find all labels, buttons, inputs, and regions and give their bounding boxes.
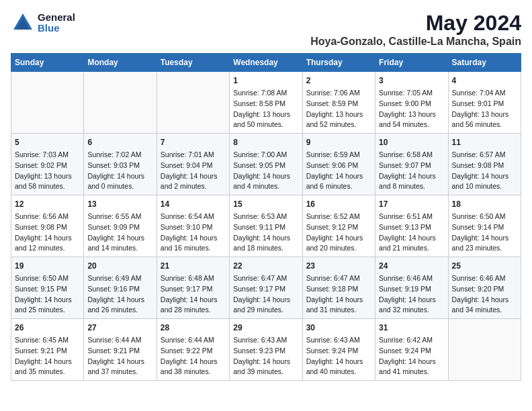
day-info: Sunset: 9:09 PM <box>87 222 152 233</box>
day-info: and 58 minutes. <box>15 181 80 192</box>
calendar-cell: 23Sunrise: 6:47 AMSunset: 9:18 PMDayligh… <box>302 257 375 319</box>
calendar-cell: 21Sunrise: 6:48 AMSunset: 9:17 PMDayligh… <box>157 257 229 319</box>
day-info: Daylight: 14 hours <box>379 233 444 244</box>
day-info: Daylight: 13 hours <box>306 109 371 120</box>
day-number: 7 <box>161 136 226 148</box>
logo-text: General Blue <box>38 12 75 34</box>
day-number: 23 <box>306 260 371 272</box>
day-info: Sunrise: 6:50 AM <box>15 273 80 284</box>
day-info: Sunset: 9:10 PM <box>161 222 226 233</box>
day-number: 27 <box>87 322 152 334</box>
day-info: Sunset: 8:58 PM <box>233 99 298 109</box>
day-info: Sunset: 9:19 PM <box>379 284 444 295</box>
calendar-cell: 15Sunrise: 6:53 AMSunset: 9:11 PMDayligh… <box>230 195 302 257</box>
day-info: Sunrise: 6:53 AM <box>233 212 298 222</box>
day-info: Sunset: 9:24 PM <box>379 346 444 357</box>
day-number: 30 <box>306 322 371 334</box>
day-info: Daylight: 14 hours <box>15 295 80 306</box>
day-info: and 56 minutes. <box>452 120 517 130</box>
day-info: Sunrise: 6:48 AM <box>161 273 226 284</box>
day-info: Sunset: 9:20 PM <box>452 284 517 295</box>
calendar-cell: 19Sunrise: 6:50 AMSunset: 9:15 PMDayligh… <box>11 257 84 319</box>
weekday-header-thursday: Thursday <box>302 54 375 72</box>
day-number: 18 <box>452 198 517 210</box>
day-info: and 16 minutes. <box>161 243 226 254</box>
day-info: and 4 minutes. <box>233 181 298 192</box>
calendar-cell <box>84 72 157 134</box>
day-info: Daylight: 14 hours <box>379 357 444 367</box>
day-info: and 20 minutes. <box>306 243 371 254</box>
logo-icon <box>11 11 35 35</box>
calendar-cell: 5Sunrise: 7:03 AMSunset: 9:02 PMDaylight… <box>11 134 84 195</box>
week-row-5: 26Sunrise: 6:45 AMSunset: 9:21 PMDayligh… <box>11 319 521 381</box>
header: General Blue May 2024 Hoya-Gonzalo, Cast… <box>11 11 521 48</box>
day-info: Sunset: 9:01 PM <box>452 99 517 109</box>
day-info: Daylight: 13 hours <box>452 109 517 120</box>
calendar-cell: 17Sunrise: 6:51 AMSunset: 9:13 PMDayligh… <box>375 195 448 257</box>
week-row-3: 12Sunrise: 6:56 AMSunset: 9:08 PMDayligh… <box>11 195 521 257</box>
calendar-cell: 26Sunrise: 6:45 AMSunset: 9:21 PMDayligh… <box>11 319 84 381</box>
day-info: and 52 minutes. <box>306 120 371 130</box>
day-info: Sunrise: 7:05 AM <box>379 88 444 99</box>
calendar-cell: 29Sunrise: 6:43 AMSunset: 9:23 PMDayligh… <box>230 319 302 381</box>
day-info: Sunrise: 6:59 AM <box>306 150 371 161</box>
day-info: Sunrise: 6:46 AM <box>379 273 444 284</box>
day-info: Daylight: 14 hours <box>87 295 152 306</box>
day-info: Sunrise: 6:51 AM <box>379 212 444 222</box>
day-info: Daylight: 13 hours <box>379 109 444 120</box>
day-info: Daylight: 13 hours <box>233 109 298 120</box>
day-info: and 2 minutes. <box>161 181 226 192</box>
day-info: Sunset: 9:03 PM <box>87 161 152 171</box>
day-info: Sunset: 9:16 PM <box>87 284 152 295</box>
day-info: Sunset: 9:00 PM <box>379 99 444 109</box>
calendar-cell: 27Sunrise: 6:44 AMSunset: 9:21 PMDayligh… <box>84 319 157 381</box>
day-info: Sunset: 9:14 PM <box>452 222 517 233</box>
day-info: Sunrise: 6:46 AM <box>452 273 517 284</box>
day-number: 28 <box>161 322 226 334</box>
day-info: and 29 minutes. <box>233 305 298 316</box>
day-info: and 6 minutes. <box>306 181 371 192</box>
day-info: Daylight: 13 hours <box>15 171 80 182</box>
day-number: 22 <box>233 260 298 272</box>
day-number: 29 <box>233 322 298 334</box>
day-number: 17 <box>379 198 444 210</box>
day-number: 24 <box>379 260 444 272</box>
day-info: and 54 minutes. <box>379 120 444 130</box>
day-info: Daylight: 14 hours <box>87 357 152 367</box>
day-info: Sunset: 9:18 PM <box>306 284 371 295</box>
day-number: 1 <box>233 75 298 87</box>
day-info: Daylight: 14 hours <box>452 295 517 306</box>
day-number: 19 <box>15 260 80 272</box>
day-info: Daylight: 14 hours <box>233 233 298 244</box>
day-info: Daylight: 14 hours <box>379 171 444 182</box>
day-info: Daylight: 14 hours <box>161 295 226 306</box>
day-info: and 10 minutes. <box>452 181 517 192</box>
calendar-cell <box>11 72 84 134</box>
day-number: 12 <box>15 198 80 210</box>
calendar-table: SundayMondayTuesdayWednesdayThursdayFrid… <box>11 53 521 381</box>
day-info: Sunset: 9:21 PM <box>15 346 80 357</box>
day-info: Daylight: 14 hours <box>306 171 371 182</box>
day-info: Sunset: 9:24 PM <box>306 346 371 357</box>
day-info: Sunset: 9:08 PM <box>452 161 517 171</box>
day-info: Daylight: 14 hours <box>233 171 298 182</box>
week-row-2: 5Sunrise: 7:03 AMSunset: 9:02 PMDaylight… <box>11 134 521 195</box>
day-number: 20 <box>87 260 152 272</box>
day-info: Daylight: 14 hours <box>233 295 298 306</box>
week-row-4: 19Sunrise: 6:50 AMSunset: 9:15 PMDayligh… <box>11 257 521 319</box>
calendar-cell: 24Sunrise: 6:46 AMSunset: 9:19 PMDayligh… <box>375 257 448 319</box>
day-info: Sunrise: 6:50 AM <box>452 212 517 222</box>
day-number: 4 <box>452 75 517 87</box>
day-info: and 14 minutes. <box>87 243 152 254</box>
day-info: and 0 minutes. <box>87 181 152 192</box>
calendar-cell: 4Sunrise: 7:04 AMSunset: 9:01 PMDaylight… <box>448 72 521 134</box>
calendar-cell: 18Sunrise: 6:50 AMSunset: 9:14 PMDayligh… <box>448 195 521 257</box>
day-info: and 23 minutes. <box>452 243 517 254</box>
day-info: Daylight: 14 hours <box>452 233 517 244</box>
calendar-cell: 31Sunrise: 6:42 AMSunset: 9:24 PMDayligh… <box>375 319 448 381</box>
day-number: 9 <box>306 136 371 148</box>
day-info: Sunrise: 6:54 AM <box>161 212 226 222</box>
calendar-cell: 11Sunrise: 6:57 AMSunset: 9:08 PMDayligh… <box>448 134 521 195</box>
day-info: Sunset: 9:06 PM <box>306 161 371 171</box>
calendar-cell: 6Sunrise: 7:02 AMSunset: 9:03 PMDaylight… <box>84 134 157 195</box>
